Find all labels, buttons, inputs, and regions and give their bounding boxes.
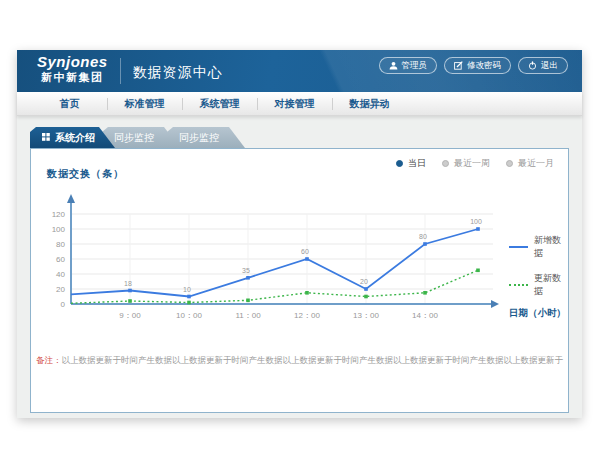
chart-panel: 当日 最近一周 最近一月 数据交换（条） 0204060801001209：00…: [30, 148, 569, 413]
app-window: Synjones 新中新集团 数据资源中心 管理员 修改密码: [17, 50, 582, 418]
svg-text:9：00: 9：00: [119, 311, 141, 320]
tab-sync-monitor-2[interactable]: 同步监控: [167, 127, 245, 148]
svg-text:60: 60: [56, 255, 65, 264]
svg-text:13：00: 13：00: [353, 311, 379, 320]
tab-bar: 系统介绍 同步监控 同步监控: [30, 127, 582, 148]
radio-today[interactable]: 当日: [396, 157, 426, 170]
logo-subtext: 新中新集团: [37, 71, 108, 83]
radio-last-week[interactable]: 最近一周: [442, 157, 490, 170]
radio-dot: [506, 160, 513, 167]
radio-last-month[interactable]: 最近一月: [506, 157, 554, 170]
tab-label: 同步监控: [114, 131, 154, 145]
logout-button[interactable]: 退出: [518, 57, 568, 74]
legend-line-sample: [509, 284, 528, 286]
tab-label: 系统介绍: [55, 131, 95, 145]
nav-item-connect-mgmt[interactable]: 对接管理: [257, 93, 332, 115]
legend-label: 更新数据: [534, 272, 568, 298]
nav-item-home[interactable]: 首页: [32, 93, 107, 115]
svg-text:10: 10: [183, 286, 191, 293]
brand-logo: Synjones 新中新集团: [37, 54, 108, 92]
change-password-label: 修改密码: [467, 60, 501, 72]
main-nav: 首页 标准管理 系统管理 对接管理 数据异动: [17, 92, 582, 116]
svg-text:10：00: 10：00: [176, 311, 202, 320]
header: Synjones 新中新集团 数据资源中心 管理员 修改密码: [17, 50, 582, 92]
svg-text:20: 20: [360, 278, 368, 285]
radio-label: 最近一周: [454, 157, 490, 170]
nav-item-standard-mgmt[interactable]: 标准管理: [107, 93, 182, 115]
grid-icon: [42, 132, 50, 143]
tab-sync-monitor-1[interactable]: 同步监控: [102, 127, 180, 148]
date-range-filter: 当日 最近一周 最近一月: [396, 157, 554, 170]
svg-text:100: 100: [470, 218, 482, 225]
svg-text:35: 35: [242, 267, 250, 274]
legend-item-new-data: 新增数据: [509, 234, 568, 260]
page-title: 数据资源中心: [133, 64, 223, 92]
edit-icon: [454, 61, 463, 70]
radio-label: 最近一月: [518, 157, 554, 170]
radio-label: 当日: [408, 157, 426, 170]
current-user-button[interactable]: 管理员: [379, 57, 438, 74]
logo-text: Synjones: [37, 54, 108, 71]
nav-item-system-mgmt[interactable]: 系统管理: [182, 93, 257, 115]
footnote-text: 以上数据更新于时间产生数据以上数据更新于时间产生数据以上数据更新于时间产生数据以…: [62, 355, 564, 365]
line-chart: 0204060801001209：0010：0011：0012：0013：001…: [41, 181, 511, 326]
user-bar: 管理员 修改密码 退出: [379, 57, 569, 74]
svg-text:120: 120: [52, 210, 66, 219]
svg-text:0: 0: [61, 300, 66, 309]
svg-text:18: 18: [124, 280, 132, 287]
content-area: 系统介绍 同步监控 同步监控 当日 最近一周: [17, 116, 582, 418]
legend-line-sample: [509, 246, 528, 248]
radio-dot: [442, 160, 449, 167]
radio-dot: [396, 160, 403, 167]
x-axis-title: 日期（小时）: [509, 307, 579, 320]
svg-text:60: 60: [301, 248, 309, 255]
legend-label: 新增数据: [534, 234, 568, 260]
chart-legend: 新增数据 更新数据: [509, 234, 568, 298]
nav-item-data-change[interactable]: 数据异动: [332, 93, 407, 115]
change-password-button[interactable]: 修改密码: [444, 57, 511, 74]
y-axis-title: 数据交换（条）: [47, 167, 124, 181]
svg-text:14：00: 14：00: [412, 311, 438, 320]
header-divider: [120, 58, 121, 84]
logout-label: 退出: [541, 60, 558, 72]
tab-label: 同步监控: [179, 131, 219, 145]
footnote: 备注：以上数据更新于时间产生数据以上数据更新于时间产生数据以上数据更新于时间产生…: [31, 355, 568, 367]
svg-text:12：00: 12：00: [294, 311, 320, 320]
svg-text:11：00: 11：00: [235, 311, 261, 320]
svg-text:40: 40: [56, 270, 65, 279]
tab-system-intro[interactable]: 系统介绍: [30, 127, 115, 148]
svg-text:20: 20: [56, 285, 65, 294]
legend-item-updated-data: 更新数据: [509, 272, 568, 298]
user-icon: [389, 61, 398, 70]
svg-text:80: 80: [56, 240, 65, 249]
svg-text:80: 80: [419, 233, 427, 240]
power-icon: [528, 61, 537, 70]
footnote-prefix: 备注：: [36, 355, 62, 365]
svg-text:100: 100: [52, 225, 66, 234]
user-name: 管理员: [402, 60, 428, 72]
